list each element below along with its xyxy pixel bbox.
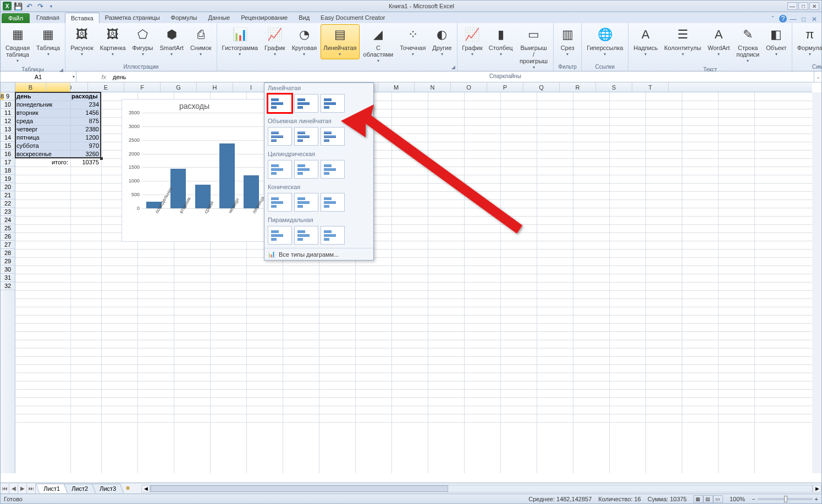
hscroll-thumb[interactable] [151,485,448,492]
cell[interactable]: 234 [70,101,100,109]
ribbon-button[interactable]: ▦Таблица▾ [34,24,63,59]
column-header[interactable]: R [560,82,596,92]
chart-type-option[interactable] [268,226,292,245]
chart-type-option[interactable] [294,94,318,113]
cell[interactable]: 1200 [70,134,100,142]
ribbon-tab[interactable]: Формулы [165,13,203,23]
chart-type-option[interactable] [321,127,345,146]
chart-type-option[interactable] [321,193,345,212]
name-box[interactable]: A1 ▾ [1,71,76,82]
column-header[interactable]: F [124,82,161,92]
sheet-tab[interactable]: Лист2 [64,484,96,493]
column-header[interactable]: Q [523,82,560,92]
ribbon-restore-icon[interactable]: □ [799,15,808,23]
hscroll-track[interactable] [150,485,813,492]
ribbon-button[interactable]: ⎙Снимок▾ [187,24,214,59]
ribbon-button[interactable]: 📈График▾ [460,24,486,59]
minimize-button[interactable]: — [787,2,797,10]
view-switcher[interactable]: ▦▤▭ [693,495,723,503]
column-header[interactable]: S [596,82,632,92]
ribbon-tab[interactable]: Разметка страницы [100,13,165,23]
zoom-out-icon[interactable]: − [752,496,755,502]
ribbon-button[interactable]: ⬢SmartArt▾ [157,24,186,59]
cell[interactable]: 1456 [70,109,100,117]
embedded-chart[interactable]: расходы 0500100015002000250030003500 пон… [122,99,267,242]
row-header[interactable]: 29 [1,257,15,265]
column-header[interactable]: P [487,82,523,92]
page-break-view-icon[interactable]: ▭ [713,495,723,503]
sheet-nav[interactable]: ⏮ ◀ ▶ ⏭ [1,484,36,494]
name-box-dropdown-icon[interactable]: ▾ [73,74,75,79]
row-header[interactable]: 17 [1,158,15,167]
bar-chart-gallery[interactable]: ЛинейчатаяОбъемная линейчатаяЦилиндричес… [264,82,374,261]
column-header[interactable]: M [378,82,415,92]
sheet-next-icon[interactable]: ▶ [18,484,27,494]
chart-type-option[interactable] [268,127,292,146]
row-header[interactable]: 23 [1,208,15,216]
zoom-in-icon[interactable]: + [815,496,818,502]
minimize-ribbon-icon[interactable]: ˇ [769,15,777,23]
ribbon-button[interactable]: 🌐Гиперссылка▾ [584,24,626,59]
row-header[interactable]: 18 [1,167,15,175]
vertical-scrollbar[interactable] [812,92,821,473]
zoom-slider[interactable]: − + [752,496,818,502]
cell[interactable]: пятница [15,134,69,142]
qat-dropdown-icon[interactable]: ▾ [47,2,56,10]
ribbon-tab[interactable]: Вставка [65,13,100,23]
chart-type-option[interactable] [294,127,318,146]
zoom-level[interactable]: 100% [730,496,745,502]
ribbon-button[interactable]: 🖼Рисунок▾ [68,24,96,59]
sheet-tab[interactable]: Лист3 [92,484,124,493]
hscroll-right-icon[interactable]: ▶ [813,485,821,492]
chart-type-option[interactable] [321,94,345,113]
cell[interactable]: вторник [15,109,69,117]
ribbon-button[interactable]: ⁘Точечная▾ [397,24,428,59]
ribbon-button[interactable]: πФормула▾ [795,24,822,59]
row-header[interactable]: 11 [1,109,15,117]
column-header[interactable]: O [451,82,487,92]
cell[interactable]: 875 [70,117,100,125]
cell[interactable]: понедельник [15,101,69,109]
row-header[interactable]: 32 [1,282,15,290]
column-header[interactable]: G [161,82,197,92]
chart-type-option[interactable] [268,193,292,212]
row-header[interactable]: 27 [1,241,15,249]
chart-type-option[interactable] [268,94,292,113]
column-header[interactable]: N [415,82,451,92]
cell[interactable]: 2380 [70,125,100,134]
row-header[interactable]: 24 [1,216,15,224]
chart-type-option[interactable] [268,160,292,179]
ribbon-tab[interactable]: Данные [202,13,235,23]
row-header[interactable]: 20 [1,183,15,191]
zoom-handle[interactable] [784,496,787,502]
chart-type-option[interactable] [321,160,345,179]
page-layout-view-icon[interactable]: ▤ [703,495,713,503]
chart-type-option[interactable] [294,226,318,245]
zoom-track[interactable] [758,498,813,500]
ribbon-button[interactable]: ◐Другие▾ [429,24,454,59]
cell[interactable]: четверг [15,125,69,134]
maximize-button[interactable]: □ [798,2,808,10]
ribbon-button[interactable]: ☰Колонтитулы▾ [661,24,704,59]
chart-type-option[interactable] [294,160,318,179]
row-header[interactable]: 30 [1,265,15,274]
row-header[interactable]: 28 [1,249,15,257]
fx-icon[interactable]: fx [101,74,106,80]
ribbon-button[interactable]: ▥Срез▾ [556,24,579,59]
ribbon-button[interactable]: AНадпись▾ [631,24,660,59]
column-header[interactable]: E [88,82,124,92]
cell[interactable]: среда [15,117,69,125]
ribbon-tab[interactable]: Главная [31,13,65,23]
sheet-tab[interactable]: Лист1 [36,484,68,493]
sheet-prev-icon[interactable]: ◀ [9,484,18,494]
row-header[interactable]: 13 [1,125,15,134]
row-header[interactable]: 10 [1,101,15,109]
worksheet-grid[interactable]: ABCDEFGHIJKLMNOPQRST 1234567891011121314… [0,82,822,483]
cell[interactable]: итого: [15,158,69,167]
ribbon-button[interactable]: ✎Строкаподписи▾ [733,24,762,66]
cell[interactable]: 10375 [70,158,100,167]
row-header[interactable]: 22 [1,200,15,208]
row-header[interactable]: 15 [1,142,15,150]
horizontal-scrollbar[interactable]: ◀ ▶ [141,485,821,492]
column-header[interactable]: T [632,82,669,92]
